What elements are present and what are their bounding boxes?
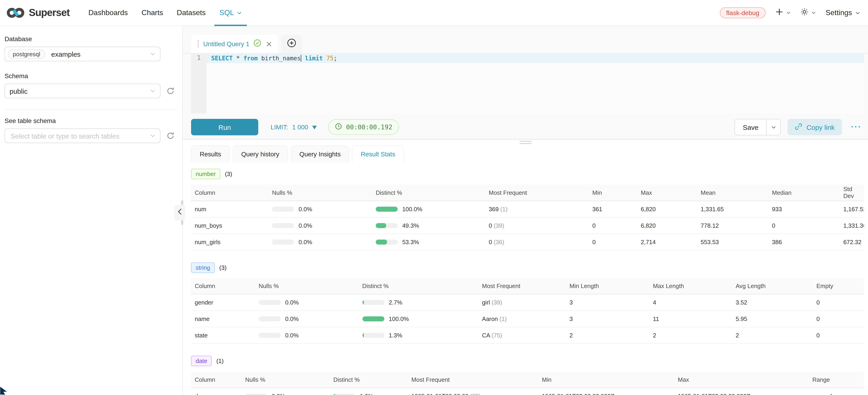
nulls-pct: 0.0% (299, 206, 312, 212)
caret-down-icon (312, 123, 317, 131)
sql-token: * (232, 55, 243, 61)
stat-cell: 6,820 (637, 201, 697, 217)
sql-editor[interactable]: 1 SELECT * from birth_names limit 75; (191, 53, 864, 113)
stat-cell: 11 (649, 311, 732, 327)
tab-label: Result Stats (361, 150, 395, 158)
theme-switcher-button[interactable] (800, 8, 816, 18)
save-button[interactable]: Save (735, 119, 766, 135)
navbar-right: flask-debug Settings (720, 0, 868, 26)
nulls-bar (245, 393, 267, 395)
column-header: Distinct % (372, 185, 485, 201)
sql-code-line[interactable]: SELECT * from birth_names limit 75; (207, 53, 864, 63)
string-section: string (3) Column Nulls % Distinct % Mos… (191, 262, 864, 344)
nav-link-label: Charts (142, 9, 163, 17)
table-row: num_girls 0.0% 53.3% 0 (36) 0 2,714 553.… (191, 234, 864, 250)
stat-cell: 1,167.52 (840, 201, 864, 217)
link-icon (795, 123, 802, 131)
table-select[interactable]: Select table or type to search tables (5, 128, 160, 143)
save-options-caret[interactable] (766, 119, 780, 135)
freq-count: (1) (500, 206, 507, 212)
nulls-cell: 0.0% (255, 311, 359, 327)
stat-cell: 0 (768, 217, 840, 234)
run-button[interactable]: Run (191, 119, 258, 135)
check-circle-icon (253, 39, 261, 49)
nav-link-label: SQL (219, 9, 234, 17)
nulls-bar (259, 333, 281, 338)
limit-dropdown[interactable]: LIMIT: 1 000 (271, 123, 317, 131)
settings-label: Settings (826, 9, 852, 17)
database-type-tag: postgresql (8, 49, 45, 59)
stat-cell: 933 (768, 201, 840, 217)
stat-cell: 778.12 (697, 217, 768, 234)
database-select[interactable]: postgresql examples (5, 47, 160, 61)
column-name-cell: ds (191, 388, 242, 395)
column-header: Most Frequent (478, 278, 566, 294)
table-header-row: Column Nulls % Distinct % Most Frequent … (191, 185, 864, 201)
date-section: date (1) Column Nulls % Distinct % Most … (191, 356, 864, 395)
query-tab[interactable]: Untitled Query 1 (191, 35, 278, 53)
drag-handle-icon[interactable] (197, 40, 198, 48)
nulls-pct: 0.0% (299, 222, 312, 229)
distinct-pct: 1.3% (360, 393, 373, 395)
column-header: Distinct % (359, 278, 478, 294)
nulls-cell: 0.0% (269, 201, 372, 217)
nav-link-sql[interactable]: SQL (213, 0, 249, 26)
section-head: date (1) (191, 356, 864, 366)
nulls-pct: 0.0% (299, 238, 312, 245)
limit-label: LIMIT: (271, 123, 288, 131)
nulls-cell: 0.0% (255, 327, 359, 343)
stat-cell: 2 (732, 327, 813, 343)
distinct-bar (362, 333, 384, 338)
distinct-bar (333, 393, 355, 395)
copy-link-label: Copy link (807, 123, 835, 131)
nav-link-charts[interactable]: Charts (134, 0, 170, 26)
section-head: number (3) (191, 169, 864, 179)
schema-select-value: public (8, 87, 27, 95)
column-header: Most Frequent (485, 185, 588, 201)
distinct-cell: 100.0% (372, 201, 485, 217)
nav-link-dashboards[interactable]: Dashboards (82, 0, 135, 26)
refresh-schemas-icon[interactable] (166, 87, 175, 95)
nulls-cell: 0.0% (269, 234, 372, 250)
distinct-pct: 1.3% (389, 332, 402, 339)
column-header: Std Dev (840, 185, 864, 201)
close-tab-icon[interactable] (266, 41, 271, 47)
nav-link-datasets[interactable]: Datasets (170, 0, 213, 26)
distinct-pct: 2.7% (389, 299, 402, 306)
elapsed-time: 00:00:00.192 (346, 123, 392, 131)
sql-token: SELECT (211, 55, 232, 61)
environment-badge: flask-debug (720, 7, 766, 18)
tab-result-stats[interactable]: Result Stats (352, 145, 404, 162)
schema-label: Schema (5, 72, 178, 80)
schema-select[interactable]: public (5, 84, 160, 98)
table-header-row: Column Nulls % Distinct % Most Frequent … (191, 372, 864, 388)
new-item-button[interactable] (775, 8, 791, 18)
stat-cell: 3 (566, 311, 649, 327)
more-actions-button[interactable]: ··· (849, 123, 864, 132)
tab-query-insights[interactable]: Query Insights (291, 145, 349, 162)
stat-cell: 0 (813, 311, 864, 327)
distinct-bar (362, 316, 384, 322)
stat-cell: 672.32 (840, 234, 864, 250)
table-row: name 0.0% 100.0% Aaron (1) 3 11 5.95 0 (191, 311, 864, 327)
clock-icon (335, 123, 342, 131)
add-query-tab-button[interactable] (281, 35, 302, 53)
query-timer-badge: 00:00:00.192 (328, 119, 399, 135)
type-badge-date: date (191, 356, 212, 366)
column-header: Column (191, 278, 255, 294)
refresh-tables-icon[interactable] (166, 132, 175, 140)
collapse-sidebar-button[interactable] (174, 205, 185, 220)
table-row: state 0.0% 1.3% CA (75) 2 2 2 0 (191, 327, 864, 343)
tab-results[interactable]: Results (191, 145, 230, 162)
copy-link-button[interactable]: Copy link (788, 119, 842, 135)
stat-cell: 0 (589, 234, 637, 250)
column-header: Range (809, 372, 864, 388)
navbar: Superset Dashboards Charts Datasets SQL … (0, 0, 868, 26)
settings-menu[interactable]: Settings (826, 9, 860, 17)
sql-token: limit (305, 55, 323, 61)
superset-logo[interactable]: Superset (0, 0, 70, 26)
column-header: Max (674, 372, 809, 388)
tab-query-history[interactable]: Query history (232, 145, 288, 162)
date-stats-table: Column Nulls % Distinct % Most Frequent … (191, 372, 864, 395)
resize-drag-handle[interactable] (520, 141, 531, 145)
